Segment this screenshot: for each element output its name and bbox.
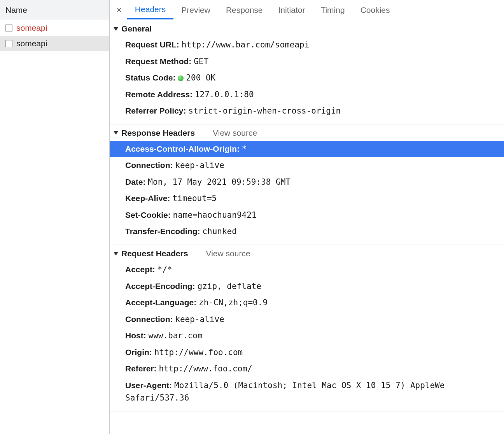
header-row[interactable]: Connectionkeep-alive (110, 311, 504, 328)
close-icon[interactable]: × (114, 5, 127, 15)
tab-initiator[interactable]: Initiator (271, 1, 313, 19)
header-value: GET (194, 57, 208, 66)
header-key: Set-Cookie (125, 210, 173, 219)
header-value: http://www.bar.com/someapi (182, 40, 310, 49)
request-list-column-name: Name (5, 5, 27, 15)
header-key: Request URL (125, 40, 182, 49)
tab-preview[interactable]: Preview (173, 1, 218, 19)
header-key: Connection (125, 161, 175, 170)
header-value: 127.0.0.1:80 (195, 90, 254, 99)
request-name: someapi (16, 39, 47, 48)
request-list: someapisomeapi (0, 20, 109, 51)
header-value: keep-alive (175, 315, 224, 324)
header-value: * (242, 144, 247, 154)
header-value: Mon, 17 May 2021 09:59:38 GMT (148, 177, 290, 187)
section-request-headers: Request HeadersView sourceAccept*/*Accep… (110, 245, 504, 411)
section-title: Request Headers (121, 249, 188, 258)
section-title: General (121, 24, 152, 33)
header-key: Transfer-Encoding (125, 227, 202, 236)
header-value: zh-CN,zh;q=0.9 (199, 298, 268, 307)
header-value: */* (158, 265, 172, 274)
request-checkbox[interactable] (5, 24, 12, 32)
request-list-panel: Name someapisomeapi (0, 0, 110, 434)
header-row[interactable]: Remote Address127.0.0.1:80 (110, 86, 504, 103)
header-row[interactable]: Transfer-Encodingchunked (110, 223, 504, 240)
header-row[interactable]: Refererhttp://www.foo.com/ (110, 360, 504, 377)
header-key: Request Method (125, 57, 194, 66)
section-header[interactable]: Response HeadersView source (110, 124, 504, 141)
header-value: http://www.foo.com (154, 348, 243, 357)
header-key: Accept-Language (125, 298, 199, 307)
header-row[interactable]: Request MethodGET (110, 53, 504, 70)
header-key: Status Code (125, 73, 178, 82)
request-row[interactable]: someapi (0, 36, 109, 51)
details-panel: × HeadersPreviewResponseInitiatorTimingC… (110, 0, 504, 434)
header-key: Host (125, 331, 149, 340)
request-name: someapi (16, 23, 47, 33)
tab-headers[interactable]: Headers (127, 1, 173, 19)
section-title: Response Headers (121, 128, 195, 138)
header-value: keep-alive (175, 161, 224, 170)
headers-details[interactable]: GeneralRequest URLhttp://www.bar.com/som… (110, 20, 504, 434)
header-row[interactable]: Status Code200 OK (110, 70, 504, 86)
header-key: Remote Address (125, 90, 195, 99)
header-row[interactable]: Hostwww.bar.com (110, 327, 504, 344)
tab-response[interactable]: Response (218, 1, 271, 19)
expand-icon (114, 27, 118, 31)
view-source-link[interactable]: View source (206, 249, 250, 258)
tab-cookies[interactable]: Cookies (353, 1, 398, 19)
header-row[interactable]: Request URLhttp://www.bar.com/someapi (110, 37, 504, 53)
header-row[interactable]: Accept-Languagezh-CN,zh;q=0.9 (110, 294, 504, 311)
status-dot-icon (178, 75, 184, 81)
header-key: Keep-Alive (125, 194, 172, 203)
request-checkbox[interactable] (5, 40, 12, 47)
header-row[interactable]: Accept-Encodinggzip, deflate (110, 278, 504, 295)
header-value: http://www.foo.com/ (159, 364, 252, 373)
header-row[interactable]: Accept*/* (110, 261, 504, 278)
section-response-headers: Response HeadersView sourceAccess-Contro… (110, 124, 504, 245)
header-row[interactable]: DateMon, 17 May 2021 09:59:38 GMT (110, 174, 504, 191)
header-key: Connection (125, 315, 175, 324)
request-list-header: Name (0, 0, 109, 20)
header-key: Origin (125, 348, 154, 357)
header-key: Referer (125, 364, 159, 373)
header-key: Accept-Encoding (125, 282, 198, 290)
expand-icon (114, 131, 118, 135)
header-row[interactable]: Set-Cookiename=haochuan9421 (110, 207, 504, 224)
expand-icon (114, 252, 118, 256)
section-general: GeneralRequest URLhttp://www.bar.com/som… (110, 20, 504, 124)
view-source-link[interactable]: View source (213, 128, 257, 138)
header-key: Accept (125, 265, 158, 274)
header-key: Date (125, 177, 148, 186)
header-row[interactable]: Keep-Alivetimeout=5 (110, 190, 504, 207)
request-row[interactable]: someapi (0, 20, 109, 36)
header-row[interactable]: Referrer Policystrict-origin-when-cross-… (110, 103, 504, 119)
tab-timing[interactable]: Timing (313, 1, 352, 19)
header-row[interactable]: Originhttp://www.foo.com (110, 344, 504, 361)
header-key: Access-Control-Allow-Origin (125, 144, 242, 153)
header-key: Referrer Policy (125, 106, 188, 115)
header-row[interactable]: Access-Control-Allow-Origin* (110, 141, 504, 158)
header-value: strict-origin-when-cross-origin (188, 106, 341, 116)
header-value: www.bar.com (149, 331, 203, 340)
header-value: name=haochuan9421 (173, 210, 257, 220)
header-row[interactable]: User-AgentMozilla/5.0 (Macintosh; Intel … (110, 377, 504, 406)
header-key: User-Agent (125, 381, 174, 390)
header-row[interactable]: Connectionkeep-alive (110, 157, 504, 174)
header-value: gzip, deflate (198, 282, 261, 291)
section-header[interactable]: General (110, 20, 504, 37)
section-header[interactable]: Request HeadersView source (110, 245, 504, 261)
details-tabs: × HeadersPreviewResponseInitiatorTimingC… (110, 0, 504, 20)
header-value: 200 OK (186, 73, 215, 82)
header-value: timeout=5 (172, 194, 217, 203)
header-value: chunked (202, 227, 237, 236)
